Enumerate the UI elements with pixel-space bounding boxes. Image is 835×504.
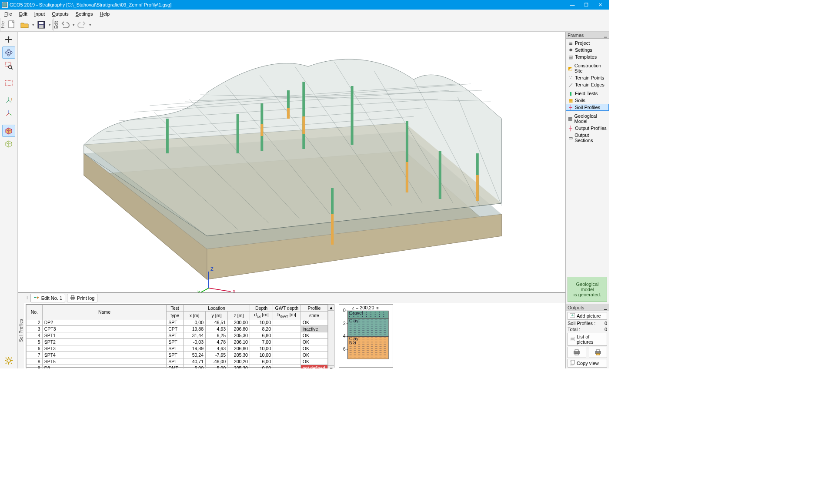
table-row[interactable]: 3CPT3CPT 19,884,63206,80 8,20 inactive	[27, 326, 328, 332]
menu-help[interactable]: Help	[97, 10, 114, 17]
svg-text:z = 200,20 m: z = 200,20 m	[352, 305, 380, 310]
3d-viewport[interactable]: X Y Z	[18, 32, 565, 292]
table-row[interactable]: 2DP2SPT 0,00-46,51200,00 10,00 OK	[27, 319, 328, 326]
svg-point-76	[375, 316, 376, 317]
menu-file[interactable]: File	[1, 10, 16, 17]
frame-item-settings[interactable]: ✹Settings	[566, 46, 609, 53]
undo-button[interactable]	[59, 19, 72, 31]
frame-item-field-tests[interactable]: ▮Field Tests	[566, 90, 609, 97]
frame-item-output-sections[interactable]: ▭Output Sections	[566, 132, 609, 144]
svg-line-23	[6, 363, 7, 364]
svg-point-70	[349, 316, 350, 317]
svg-point-59	[379, 312, 380, 312]
frame-item-geological-model[interactable]: ▩Geological Model	[566, 113, 609, 125]
svg-rect-264	[575, 354, 578, 355]
add-picture-button[interactable]: + Add picture	[568, 312, 607, 320]
svg-rect-8	[5, 62, 11, 66]
toolbar: File ▾ ▾ Edit ▾ ▾	[0, 18, 609, 32]
table-row[interactable]: 8SPT5SPT 40,71-46,00200,20 6,00 OK	[27, 358, 328, 365]
print-color-button[interactable]	[589, 347, 608, 358]
table-row[interactable]: 7SPT4SPT 50,24-7,65205,30 10,00 OK	[27, 352, 328, 358]
svg-point-7	[8, 52, 10, 53]
redo-button[interactable]	[75, 19, 88, 31]
wire-view-tool[interactable]	[2, 138, 15, 150]
svg-point-57	[371, 312, 371, 312]
svg-rect-263	[575, 350, 578, 351]
svg-text:Z: Z	[210, 266, 214, 272]
axes-xyz-tool[interactable]	[2, 107, 15, 119]
edit-icon	[33, 295, 40, 301]
svg-text:Y: Y	[197, 290, 201, 292]
toolbar-group-file: File	[0, 18, 5, 31]
view-tools	[0, 32, 18, 368]
titlebar: GEO5 2019 - Stratigraphy [C:\_Stahovat\S…	[0, 0, 609, 10]
svg-line-40	[209, 288, 231, 292]
open-file-button[interactable]	[18, 19, 31, 31]
minimize-button[interactable]: ―	[565, 0, 579, 10]
copy-icon	[570, 360, 575, 366]
menu-edit[interactable]: Edit	[16, 10, 31, 17]
select-rect-tool[interactable]	[2, 77, 15, 89]
menu-input[interactable]: Input	[31, 10, 48, 17]
shaded-view-tool[interactable]	[2, 125, 15, 137]
svg-rect-269	[571, 360, 574, 364]
svg-point-74	[366, 316, 367, 317]
panel-minimize-icon[interactable]: ▁	[604, 33, 607, 37]
table-row[interactable]: 4SPT1SPT 31,446,25205,30 6,80 OK	[27, 332, 328, 339]
svg-rect-4	[39, 25, 43, 28]
svg-rect-267	[596, 354, 600, 355]
svg-text:Gravel: Gravel	[349, 310, 363, 315]
table-row[interactable]: 5SPT2SPT -0,034,78206,10 7,00 OK	[27, 339, 328, 345]
maximize-button[interactable]: ❐	[579, 0, 593, 10]
add-picture-icon: +	[570, 313, 575, 318]
menu-settings[interactable]: Settings	[72, 10, 97, 17]
svg-point-9	[8, 65, 12, 69]
profiles-table[interactable]: No. Name Test Location Depth GWT depth P…	[26, 304, 334, 368]
zoom-rect-tool[interactable]	[2, 60, 15, 72]
svg-point-65	[366, 314, 367, 315]
list-pictures-button[interactable]: List of pictures	[568, 333, 607, 346]
axes-cycle-tool[interactable]	[2, 94, 15, 106]
outputs-header: Outputs▁	[566, 304, 609, 311]
svg-text:4: 4	[343, 333, 346, 338]
new-file-button[interactable]	[5, 19, 18, 31]
frame-item-templates[interactable]: ▤Templates	[566, 53, 609, 60]
frame-item-soil-profiles[interactable]: ┿Soil Profiles	[566, 104, 609, 111]
frame-item-project[interactable]: ≣Project	[566, 40, 609, 46]
copy-view-button[interactable]: Copy view	[568, 359, 607, 368]
svg-line-21	[11, 363, 12, 364]
print-log-button[interactable]: Print log	[67, 294, 97, 302]
svg-line-20	[6, 358, 7, 358]
svg-point-77	[379, 316, 380, 317]
settings-gear-button[interactable]	[2, 355, 15, 367]
table-row[interactable]: 9D3DMT 5,005,00205,30 0,00 not defined	[27, 365, 328, 368]
tab-marker: I	[26, 295, 29, 300]
bottom-tab-label: Soil Profiles	[18, 293, 24, 368]
move-tool[interactable]	[2, 33, 15, 46]
frame-item-soils[interactable]: ▦Soils	[566, 97, 609, 104]
menu-outputs[interactable]: Outputs	[48, 10, 72, 17]
edit-button[interactable]: Edit No. 1	[30, 294, 65, 302]
frame-item-output-profiles[interactable]: ┼Output Profiles	[566, 125, 609, 132]
svg-point-78	[383, 316, 384, 317]
svg-text:0: 0	[343, 308, 346, 313]
app-icon	[2, 2, 8, 8]
svg-point-71	[353, 316, 354, 317]
table-scrollbar[interactable]: ▲ ▼	[328, 305, 334, 368]
orbit-tool[interactable]	[2, 46, 15, 59]
svg-point-15	[7, 359, 10, 362]
menubar: File Edit Input Outputs Settings Help	[0, 10, 609, 18]
frame-item-terrain-edges[interactable]: ／Terrain Edges	[566, 81, 609, 88]
print-bw-button[interactable]	[568, 347, 586, 358]
table-row[interactable]: 6SPT3SPT 19,894,63206,80 10,00 OK	[27, 345, 328, 352]
svg-text:NG: NG	[349, 340, 356, 345]
svg-point-67	[375, 314, 376, 315]
frame-item-construction-site[interactable]: ◩Construction Site	[566, 62, 609, 74]
save-file-button[interactable]	[35, 19, 48, 31]
close-button[interactable]: ✕	[593, 0, 607, 10]
svg-line-13	[9, 113, 12, 115]
svg-rect-0	[3, 3, 7, 7]
svg-point-73	[362, 316, 363, 317]
frame-item-terrain-points[interactable]: ∵Terrain Points	[566, 74, 609, 81]
svg-line-10	[11, 68, 13, 70]
